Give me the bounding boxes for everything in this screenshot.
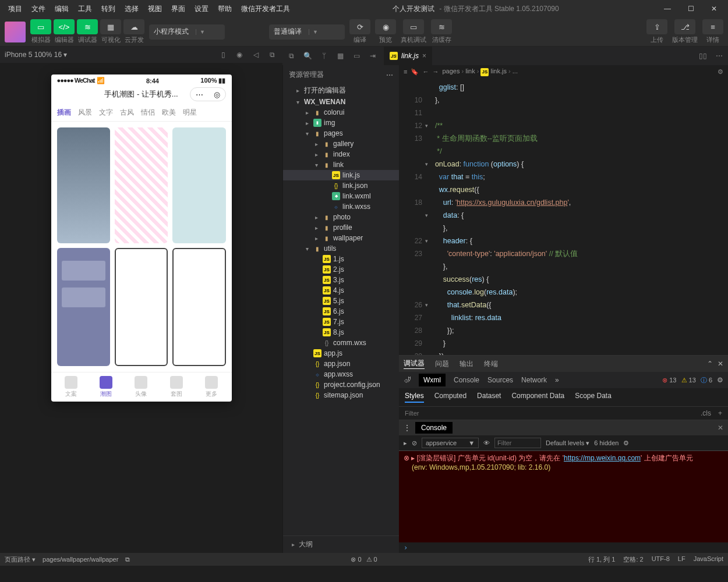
console-tool[interactable]: Console	[454, 376, 479, 384]
copy-path-icon[interactable]: ⧉	[125, 556, 130, 563]
status-item[interactable]: 行 1, 列 1	[588, 555, 615, 564]
category-tab[interactable]: 插画	[57, 108, 71, 118]
status-item[interactable]: LF	[678, 555, 685, 564]
status-item[interactable]: 空格: 2	[623, 555, 643, 564]
close-button[interactable]: ✕	[705, 2, 723, 16]
wallpaper-thumb[interactable]	[115, 127, 168, 243]
visual-toggle[interactable]: ▦	[100, 19, 121, 34]
compile-button[interactable]: ⟳	[349, 19, 370, 34]
file-item[interactable]: ⟐app.wxss	[283, 369, 399, 379]
folder-item[interactable]: ▸▮profile	[283, 222, 399, 233]
menu-item[interactable]: 选择	[121, 2, 142, 16]
category-tab[interactable]: 情侣	[141, 108, 155, 118]
file-item[interactable]: JSlink.js	[283, 170, 399, 180]
clear-console-icon[interactable]: ⊘	[412, 439, 417, 447]
console-settings-icon[interactable]: ⚙	[623, 439, 629, 447]
bookmark-icon[interactable]: 🔖	[411, 68, 419, 76]
more-tools-icon[interactable]: »	[555, 376, 559, 384]
search-icon[interactable]: 🔍	[302, 52, 313, 60]
record-icon[interactable]: ◉	[234, 51, 245, 59]
debugger-toggle[interactable]: ≋	[77, 19, 98, 34]
version-button[interactable]: ⎇	[674, 19, 695, 34]
tabbar-item[interactable]: 文案	[65, 376, 77, 398]
status-item[interactable]: UTF-8	[652, 555, 670, 564]
split-icon[interactable]: ▯▯	[698, 52, 708, 60]
file-item[interactable]: {}app.json	[283, 359, 399, 369]
console-prompt[interactable]: ›	[399, 542, 728, 553]
mode-select[interactable]: 小程序模式▼	[149, 24, 225, 40]
hidden-count[interactable]: 6 hidden	[594, 439, 619, 446]
devtools-settings-icon[interactable]: ⚙	[717, 376, 723, 384]
warn-badge[interactable]: 13	[681, 377, 696, 384]
error-badge[interactable]: 13	[662, 377, 676, 384]
context-select[interactable]: appservice▼	[422, 438, 479, 448]
page-path-label[interactable]: 页面路径 ▾	[5, 555, 36, 564]
componentdata-tab[interactable]: Component Data	[511, 392, 564, 403]
preview-button[interactable]: ◉	[375, 19, 396, 34]
close-tab-icon[interactable]: ×	[422, 52, 426, 60]
output-tab[interactable]: 输出	[460, 359, 473, 369]
status-warn-count[interactable]: ⚠ 0	[366, 556, 377, 563]
inspect-icon[interactable]: ⮰	[404, 376, 411, 384]
minimize-button[interactable]: —	[658, 2, 677, 16]
cut-icon[interactable]: ⧉	[266, 51, 278, 59]
ext-icon[interactable]: ▦	[335, 52, 345, 60]
file-item[interactable]: {}sitemap.json	[283, 390, 399, 400]
breadcrumb[interactable]: ≡ 🔖 ← → pages › link › JSlink.js › ... ⚙	[399, 65, 728, 79]
status-error-count[interactable]: ⊗ 0	[351, 556, 361, 563]
menu-item[interactable]: 项目	[5, 2, 26, 16]
styles-tab[interactable]: Styles	[405, 392, 424, 403]
simulator-toggle[interactable]: ▭	[30, 19, 51, 34]
file-item[interactable]: JS5.js	[283, 296, 399, 306]
details-button[interactable]: ≡	[702, 19, 723, 34]
wallpaper-thumb[interactable]	[57, 248, 110, 366]
file-item[interactable]: {}comm.wxs	[283, 338, 399, 348]
computed-tab[interactable]: Computed	[434, 392, 467, 403]
close-icon[interactable]: ✕	[718, 360, 723, 368]
wallpaper-thumb[interactable]	[57, 127, 110, 243]
category-tab[interactable]: 风景	[78, 108, 92, 118]
tabbar-item[interactable]: 头像	[135, 376, 147, 398]
wallpaper-thumb[interactable]	[115, 248, 168, 366]
console-drawer-tab[interactable]: Console	[415, 422, 453, 434]
status-item[interactable]: JavaScript	[694, 555, 723, 564]
menu-item[interactable]: 微信开发者工具	[238, 2, 294, 16]
compile-select[interactable]: 普通编译▼	[269, 24, 345, 40]
page-path-value[interactable]: pages/wallpaper/wallpaper	[43, 556, 118, 563]
git-icon[interactable]: ᛘ	[319, 52, 329, 60]
menu-item[interactable]: 视图	[144, 2, 165, 16]
category-tab[interactable]: 明星	[183, 108, 197, 118]
info-badge[interactable]: 6	[701, 376, 712, 385]
menu-item[interactable]: 界面	[168, 2, 189, 16]
rotate-icon[interactable]: ▯	[217, 51, 229, 59]
file-item[interactable]: {}project.config.json	[283, 379, 399, 390]
collapse-icon[interactable]: ⌃	[707, 360, 713, 368]
menu-item[interactable]: 编辑	[51, 2, 72, 16]
open-editors-section[interactable]: ▸打开的编辑器	[283, 84, 399, 97]
menu-item[interactable]: 文件	[28, 2, 49, 16]
file-item[interactable]: {}link.json	[283, 180, 399, 191]
file-item[interactable]: JS7.js	[283, 317, 399, 327]
editor-toggle[interactable]: </>	[54, 19, 75, 34]
tabbar-item[interactable]: 套图	[170, 376, 183, 398]
problems-tab[interactable]: 问题	[435, 359, 449, 369]
bookmark-icon[interactable]: ≡	[404, 68, 407, 75]
file-item[interactable]: JS1.js	[283, 254, 399, 264]
wallpaper-thumb[interactable]	[172, 127, 225, 243]
folder-item[interactable]: ▸▮gallery	[283, 139, 399, 149]
console-filter-input[interactable]	[494, 438, 541, 448]
more-icon[interactable]: ⋯	[714, 52, 725, 60]
console-link[interactable]: https://mp.weixin.qq.com	[564, 454, 641, 462]
plugin-icon[interactable]: ⇥	[367, 52, 378, 60]
dataset-tab[interactable]: Dataset	[477, 392, 501, 403]
clear-cache-button[interactable]: ≋	[431, 19, 452, 34]
file-item[interactable]: JS8.js	[283, 327, 399, 338]
network-tool[interactable]: Network	[521, 376, 547, 384]
folder-item[interactable]: ▸▮photo	[283, 212, 399, 222]
mute-icon[interactable]: ◁	[250, 51, 261, 59]
folder-item[interactable]: ▸▮wallpaper	[283, 233, 399, 243]
menu-item[interactable]: 帮助	[214, 2, 235, 16]
folder-item[interactable]: ▾▮pages	[283, 128, 399, 139]
wxml-tool[interactable]: Wxml	[419, 374, 446, 386]
debugger-tab[interactable]: 调试器	[404, 359, 425, 369]
